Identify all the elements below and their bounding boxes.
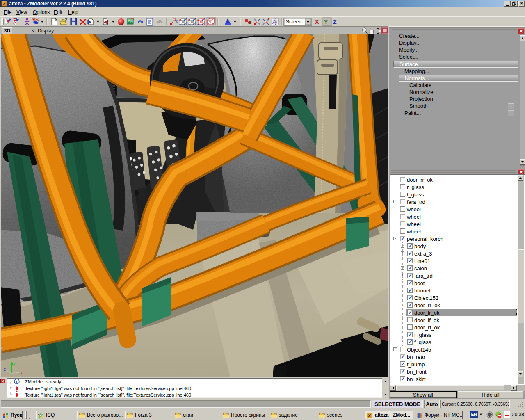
svg-text:x: x [20,370,22,375]
svg-text:Z: Z [368,413,371,418]
svg-text:Z: Z [333,18,337,25]
svg-text:y: y [14,361,16,366]
svg-text:Screen: Screen [286,19,301,25]
svg-text:Y: Y [324,18,328,25]
svg-text:X: X [315,18,319,25]
svg-text:z: z [4,367,6,372]
